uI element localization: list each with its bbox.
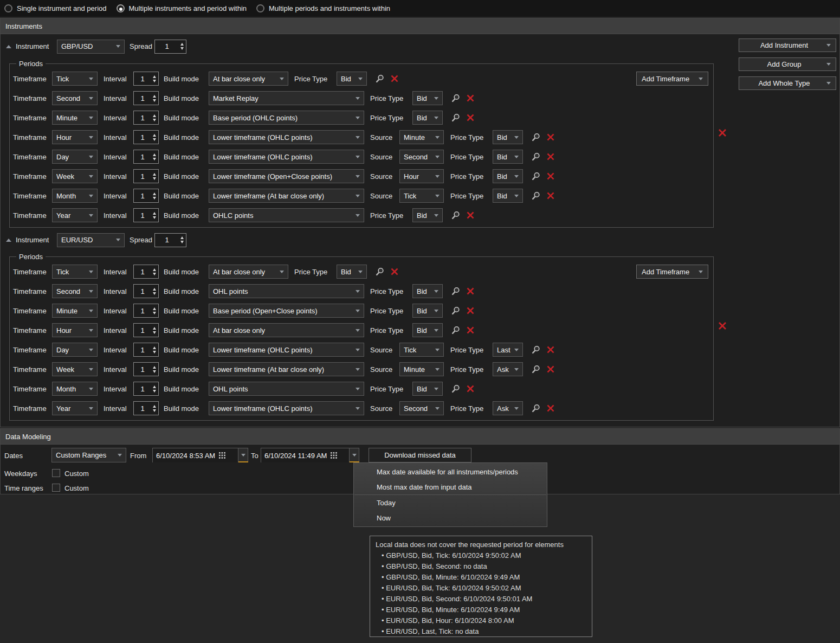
build-mode-select[interactable]: OHL points <box>209 382 364 396</box>
interval-stepper[interactable]: 1 <box>133 323 159 337</box>
delete-period-icon[interactable] <box>545 152 555 162</box>
timeframe-select[interactable]: Year <box>52 208 98 222</box>
preview-magnifier-icon[interactable] <box>530 132 541 143</box>
interval-stepper[interactable]: 1 <box>133 72 159 86</box>
delete-period-icon[interactable] <box>465 306 475 316</box>
delete-period-icon[interactable] <box>465 93 475 104</box>
timeframe-select[interactable]: Tick <box>52 72 98 86</box>
timeframe-select[interactable]: Week <box>52 169 98 183</box>
build-mode-select[interactable]: Lower timeframe (OHLC points) <box>209 343 364 357</box>
timeframe-select[interactable]: Hour <box>52 130 98 144</box>
timeframe-select[interactable]: Tick <box>52 265 98 279</box>
timeframe-select[interactable]: Week <box>52 362 98 376</box>
build-mode-select[interactable]: Lower timeframe (OHLC points) <box>209 130 364 144</box>
weekdays-custom-checkbox[interactable] <box>52 469 60 477</box>
delete-period-icon[interactable] <box>545 171 555 182</box>
timeframe-select[interactable]: Minute <box>52 111 98 125</box>
price-type-select[interactable]: Bid <box>412 323 443 337</box>
price-type-select[interactable]: Ask <box>493 401 523 415</box>
download-missed-data-button[interactable]: Download missed data <box>369 448 471 462</box>
add-group-button[interactable]: Add Group <box>739 57 836 71</box>
build-mode-select[interactable]: Lower timeframe (At bar close only) <box>209 362 364 376</box>
build-mode-select[interactable]: Lower timeframe (At bar close only) <box>209 189 364 203</box>
from-date-input[interactable]: 6/10/2024 8:53 AM <box>152 448 238 462</box>
source-select[interactable]: Hour <box>399 169 444 183</box>
mode-radio-option[interactable]: Multiple instruments and period within <box>117 4 247 12</box>
stepper-arrows-icon[interactable] <box>151 324 158 337</box>
stepper-arrows-icon[interactable] <box>151 131 158 144</box>
preview-magnifier-icon[interactable] <box>530 403 541 414</box>
collapse-icon[interactable] <box>6 45 11 48</box>
delete-period-icon[interactable] <box>465 210 475 221</box>
mode-radio-option[interactable]: Multiple periods and instruments within <box>256 4 390 12</box>
preview-magnifier-icon[interactable] <box>530 190 541 201</box>
stepper-arrows-icon[interactable] <box>151 170 158 183</box>
price-type-select[interactable]: Bid <box>412 111 443 125</box>
stepper-arrows-icon[interactable] <box>151 363 158 376</box>
preview-magnifier-icon[interactable] <box>530 364 541 375</box>
delete-period-icon[interactable] <box>389 74 399 84</box>
delete-period-icon[interactable] <box>465 325 475 336</box>
to-date-input[interactable]: 6/10/2024 11:49 AM <box>261 448 350 462</box>
add-instrument-button[interactable]: Add Instrument <box>739 38 836 52</box>
stepper-arrows-icon[interactable] <box>151 304 158 317</box>
stepper-arrows-icon[interactable] <box>179 234 186 247</box>
price-type-select[interactable]: Bid <box>337 72 367 86</box>
delete-period-icon[interactable] <box>545 364 555 375</box>
build-mode-select[interactable]: At bar close only <box>209 72 288 86</box>
build-mode-select[interactable]: Lower timeframe (Open+Close points) <box>209 169 364 183</box>
preview-magnifier-icon[interactable] <box>450 210 461 221</box>
add-timeframe-button[interactable]: Add Timeframe <box>636 265 708 279</box>
delete-period-icon[interactable] <box>545 191 555 201</box>
timeframe-select[interactable]: Hour <box>52 323 98 337</box>
build-mode-select[interactable]: OHLC points <box>209 208 364 222</box>
build-mode-select[interactable]: At bar close only <box>209 323 364 337</box>
spread-stepper[interactable]: 1 <box>154 40 186 54</box>
delete-instrument-icon[interactable] <box>717 127 728 138</box>
time-ranges-custom-checkbox[interactable] <box>52 484 60 492</box>
stepper-arrows-icon[interactable] <box>151 72 158 85</box>
price-type-select[interactable]: Bid <box>337 265 367 279</box>
interval-stepper[interactable]: 1 <box>133 304 159 318</box>
preview-magnifier-icon[interactable] <box>450 93 461 104</box>
calendar-grid-icon[interactable] <box>331 452 337 459</box>
dates-mode-select[interactable]: Custom Ranges <box>51 448 126 462</box>
stepper-arrows-icon[interactable] <box>151 265 158 278</box>
preview-magnifier-icon[interactable] <box>450 112 461 123</box>
preview-magnifier-icon[interactable] <box>450 383 461 394</box>
stepper-arrows-icon[interactable] <box>151 150 158 163</box>
timeframe-select[interactable]: Second <box>52 91 98 105</box>
interval-stepper[interactable]: 1 <box>133 169 159 183</box>
source-select[interactable]: Minute <box>399 362 444 376</box>
build-mode-select[interactable]: Market Replay <box>209 91 364 105</box>
stepper-arrows-icon[interactable] <box>151 189 158 202</box>
price-type-select[interactable]: Bid <box>412 91 443 105</box>
price-type-select[interactable]: Bid <box>412 284 443 298</box>
source-select[interactable]: Second <box>399 150 444 164</box>
stepper-arrows-icon[interactable] <box>151 285 158 298</box>
build-mode-select[interactable]: OHL points <box>209 284 364 298</box>
interval-stepper[interactable]: 1 <box>133 401 159 415</box>
price-type-select[interactable]: Ask <box>493 362 523 376</box>
price-type-select[interactable]: Bid <box>493 169 523 183</box>
interval-stepper[interactable]: 1 <box>133 189 159 203</box>
delete-period-icon[interactable] <box>465 384 475 394</box>
timeframe-select[interactable]: Month <box>52 382 98 396</box>
price-type-select[interactable]: Bid <box>412 304 443 318</box>
source-select[interactable]: Tick <box>399 189 444 203</box>
interval-stepper[interactable]: 1 <box>133 91 159 105</box>
preview-magnifier-icon[interactable] <box>530 344 541 355</box>
delete-instrument-icon[interactable] <box>717 320 728 331</box>
stepper-arrows-icon[interactable] <box>151 92 158 105</box>
preview-magnifier-icon[interactable] <box>530 151 541 162</box>
price-type-select[interactable]: Bid <box>493 189 523 203</box>
to-date-dropdown-button[interactable] <box>350 448 359 461</box>
delete-period-icon[interactable] <box>465 286 475 297</box>
interval-stepper[interactable]: 1 <box>133 362 159 376</box>
interval-stepper[interactable]: 1 <box>133 150 159 164</box>
source-select[interactable]: Minute <box>399 130 444 144</box>
stepper-arrows-icon[interactable] <box>151 402 158 415</box>
delete-period-icon[interactable] <box>389 267 399 277</box>
menu-item[interactable]: Today <box>354 495 547 510</box>
interval-stepper[interactable]: 1 <box>133 208 159 222</box>
